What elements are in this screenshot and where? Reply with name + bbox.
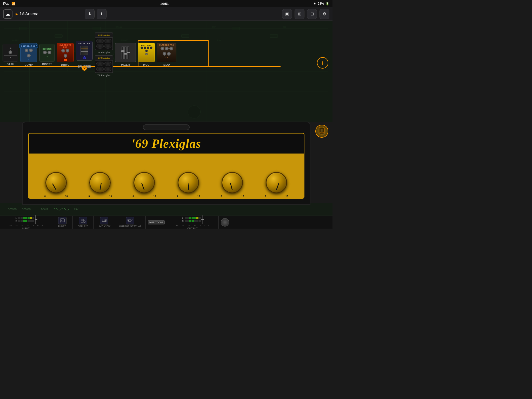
gain-scale: 0 10 [44, 195, 68, 197]
svg-point-54 [84, 221, 85, 223]
mixer-pedal[interactable] [115, 43, 136, 62]
treble-knob[interactable] [178, 172, 199, 193]
output-setting-section[interactable]: OUTPUT SETTING [115, 216, 146, 229]
circuit-label-1: BC550C [8, 208, 17, 210]
svg-rect-50 [81, 219, 84, 222]
download-button[interactable]: ⬇ [85, 9, 95, 19]
input-section[interactable]: L R [0, 216, 52, 229]
pedal-slot-splitter: SPLITTER ✕ SPLITTER [76, 41, 93, 68]
toolbar-right: ▣ ⊞ ⊟ ⚙ [248, 9, 329, 19]
bpm-section[interactable]: BPM 120 [73, 216, 94, 229]
master-knob-slot: 0 10 MASTER [265, 172, 288, 199]
svg-point-60 [102, 221, 103, 221]
svg-text:T12: T12 [283, 26, 286, 28]
master-scale: 0 10 [265, 195, 288, 197]
master-knob[interactable] [266, 172, 287, 193]
split-icon-btn[interactable]: ⊞ [295, 9, 304, 19]
liveview-label: LIVE VIEW [98, 225, 111, 228]
bluetooth-icon: ✱ [314, 2, 316, 5]
liveview-section[interactable]: LIVE VIEW [94, 216, 115, 229]
pedal-slot-boost: BOOSTER ● BOOST [39, 44, 55, 66]
amp-head: '69 Plexiglas 0 10 GAIN [22, 122, 310, 205]
tuner-section[interactable]: ♩E TUNER [52, 216, 73, 229]
bass-knob[interactable] [89, 172, 111, 193]
presence-knob-slot: 0 10 PRESENCE [221, 172, 244, 199]
svg-text:♩E: ♩E [61, 220, 62, 221]
drive-pedal[interactable]: OVERDRIVEPRO [57, 43, 74, 62]
gate-pedal[interactable]: ⊟ ● [3, 44, 18, 62]
chorus-knob-5 [145, 50, 148, 52]
toolbar-left: ☁ 1A Arsenal [3, 9, 85, 19]
input-vu-r [18, 220, 34, 222]
amp-name-text: '69 Plexiglas [131, 136, 201, 151]
middle-knob[interactable] [134, 172, 155, 193]
splitter-close-btn[interactable]: ✕ [82, 66, 87, 71]
wifi-icon: 📶 [11, 2, 15, 5]
output-section[interactable]: L R [167, 216, 219, 229]
status-right: ✱ 23% 🔋 [314, 2, 329, 5]
settings-button[interactable]: ⚙ [320, 9, 329, 19]
circuit-label-2: BC560C [22, 208, 31, 210]
svg-text:BD140: BD140 [116, 26, 122, 28]
output-knob[interactable] [221, 218, 229, 227]
flanger-pedal[interactable]: FLANGER PRO ● ● [157, 43, 176, 62]
output-vu-l [185, 217, 201, 219]
cloud-button[interactable]: ☁ [3, 9, 12, 19]
splitter-pedal[interactable]: SPLITTER [76, 41, 93, 61]
comp-logo: Compressor [19, 44, 38, 48]
bass-knob-slot: 0 10 BASS [88, 172, 112, 199]
bottom-bar: L R [0, 216, 332, 229]
svg-rect-44 [322, 133, 322, 135]
chorus-knob-1 [141, 46, 143, 49]
svg-text:50V: 50V [212, 26, 216, 28]
pedal-slot-comp: Compressor ● COMP [20, 43, 37, 66]
svg-rect-63 [128, 219, 131, 221]
speaker-3 [96, 44, 104, 49]
gain-knob[interactable] [45, 172, 67, 193]
toolbar: ☁ 1A Arsenal ⬇ ⬆ ▣ ⊞ ⊟ ⚙ [0, 7, 332, 21]
svg-point-57 [102, 220, 103, 220]
boost-pedal[interactable]: BOOSTER ● [39, 44, 55, 62]
drive-label: DRIVE [61, 63, 70, 66]
speaker-2 [104, 39, 112, 43]
amp-cabinet-top[interactable]: '69 Plexiglas [95, 32, 113, 50]
svg-rect-65 [130, 220, 130, 221]
pedal-slot-amp-top: '69 Plexiglas '69 Plexiglas [95, 32, 113, 54]
battery-icon: 🔋 [325, 2, 329, 5]
svg-rect-64 [128, 220, 129, 221]
share-button[interactable]: ⬆ [97, 9, 107, 19]
presence-knob[interactable] [222, 172, 243, 193]
chorus-knob-3 [147, 46, 149, 49]
bpm-icon [79, 217, 87, 224]
output-label: OUTPUT [187, 227, 198, 230]
flanger-text: FLANGER PRO [159, 44, 174, 46]
tube-icon [318, 127, 326, 136]
bass-scale: 0 10 [88, 195, 112, 197]
tube-button[interactable] [315, 125, 328, 138]
direct-out-section[interactable]: DIRECT OUT [146, 219, 167, 225]
preset-name[interactable]: 1A Arsenal [16, 12, 39, 16]
pedals-row: ⊟ ● GATE Compressor ● COMP [0, 29, 332, 81]
add-button[interactable]: + [317, 57, 328, 69]
svg-line-67 [131, 220, 132, 221]
mixer-fader-1[interactable] [122, 46, 124, 59]
toolbar-center: ⬇ ⬆ [85, 9, 248, 19]
mixer-fader-2[interactable] [124, 46, 127, 59]
amp-column: '69 Plexiglas '69 Plexiglas '69 Plexigla… [95, 32, 113, 77]
mixer-fader-3[interactable] [127, 46, 129, 59]
chorus-pedal[interactable]: CHORUs [138, 43, 155, 62]
amp-cabinet-bottom[interactable]: '69 Plexiglas [95, 55, 113, 73]
comp-pedal[interactable]: Compressor ● [20, 43, 37, 62]
flanger-label: MOD [163, 63, 170, 66]
output-setting-icon [126, 217, 134, 224]
output-knob-section[interactable] [219, 217, 231, 228]
status-left: iPad 📶 [3, 2, 15, 5]
layout-icon-btn[interactable]: ⊟ [307, 9, 317, 19]
circuit-voltage-label: 25V [74, 208, 78, 210]
pedal-slot-chorus: CHORUs MOD [138, 43, 155, 66]
gain-knob-slot: 0 10 GAIN [44, 172, 68, 199]
device-label: iPad [3, 2, 9, 5]
middle-scale: 0 10 [132, 195, 156, 197]
amp-head-inner: '69 Plexiglas 0 10 GAIN [28, 133, 304, 199]
mixer-icon-btn[interactable]: ▣ [282, 9, 292, 19]
